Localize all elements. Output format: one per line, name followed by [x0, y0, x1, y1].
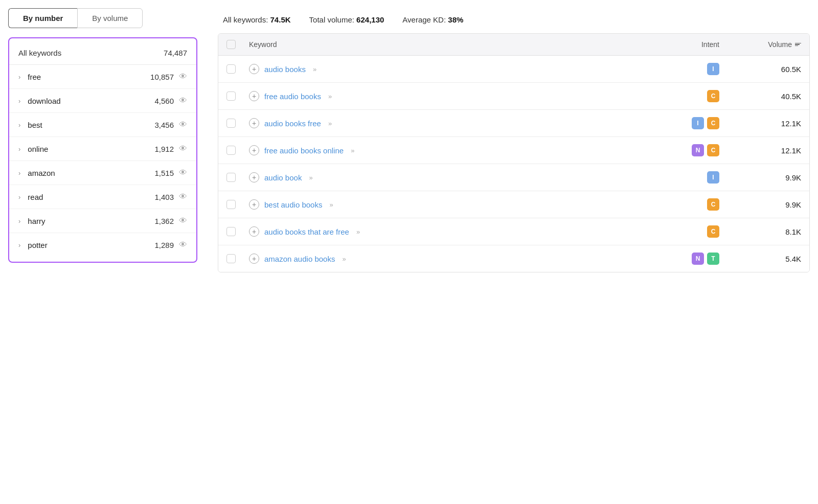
- tab-by-number[interactable]: By number: [8, 8, 77, 28]
- row-checkbox-col: [226, 173, 249, 182]
- col-volume-header[interactable]: Volume: [719, 40, 801, 49]
- chevron-right-icon: ›: [18, 97, 20, 105]
- left-item[interactable]: › harry 1,362 👁: [9, 209, 196, 233]
- keyword-link[interactable]: amazon audio books: [264, 255, 335, 263]
- add-keyword-button[interactable]: +: [249, 118, 259, 128]
- header-checkbox-col: [226, 40, 249, 49]
- keyword-link[interactable]: audio books free: [264, 119, 321, 128]
- volume-cell: 5.4K: [719, 255, 801, 263]
- eye-icon[interactable]: 👁: [179, 192, 187, 201]
- row-checkbox[interactable]: [226, 91, 236, 101]
- row-checkbox[interactable]: [226, 200, 236, 209]
- left-item[interactable]: › free 10,857 👁: [9, 65, 196, 89]
- expand-chevrons-icon: »: [313, 65, 316, 73]
- keyword-link[interactable]: audio book: [264, 173, 302, 182]
- keyword-cell: + best audio books »: [249, 199, 653, 210]
- header-checkbox[interactable]: [226, 40, 236, 49]
- row-checkbox-col: [226, 227, 249, 236]
- eye-icon[interactable]: 👁: [179, 96, 187, 105]
- intent-badge-n: N: [692, 253, 704, 265]
- intent-badge-i: I: [692, 117, 704, 129]
- row-checkbox[interactable]: [226, 173, 236, 182]
- left-item-left: › download: [18, 97, 61, 105]
- chevron-right-icon: ›: [18, 217, 20, 225]
- eye-icon[interactable]: 👁: [179, 168, 187, 177]
- left-item-right: 3,456 👁: [154, 120, 187, 129]
- row-checkbox-col: [226, 200, 249, 209]
- row-checkbox[interactable]: [226, 146, 236, 155]
- expand-chevrons-icon: »: [309, 174, 312, 181]
- keyword-link[interactable]: free audio books online: [264, 146, 344, 155]
- tab-by-volume[interactable]: By volume: [77, 8, 143, 28]
- expand-chevrons-icon: »: [342, 255, 346, 263]
- left-item-count: 1,289: [154, 241, 174, 249]
- summary-keywords-label: All keywords: 74.5K: [223, 15, 291, 24]
- row-checkbox[interactable]: [226, 119, 236, 128]
- left-item[interactable]: › online 1,912 👁: [9, 137, 196, 161]
- summary-bar: All keywords: 74.5K Total volume: 624,13…: [218, 8, 810, 33]
- eye-icon[interactable]: 👁: [179, 240, 187, 249]
- left-item-left: › harry: [18, 217, 46, 225]
- add-keyword-button[interactable]: +: [249, 91, 259, 101]
- left-keyword-box: All keywords 74,487 › free 10,857 👁 › do…: [8, 37, 197, 263]
- left-item-count: 1,362: [154, 217, 174, 225]
- add-keyword-button[interactable]: +: [249, 64, 259, 74]
- left-item-name: online: [28, 145, 48, 153]
- intent-badge-c: C: [707, 144, 719, 156]
- keyword-link[interactable]: best audio books: [264, 200, 322, 209]
- left-item-count: 3,456: [154, 121, 174, 129]
- keyword-cell: + audio book »: [249, 172, 653, 182]
- left-item-name: free: [28, 73, 41, 81]
- intent-badge-c: C: [707, 90, 719, 102]
- table-row: + amazon audio books » NT 5.4K: [218, 245, 809, 272]
- keyword-cell: + audio books free »: [249, 118, 653, 128]
- left-item[interactable]: › read 1,403 👁: [9, 185, 196, 209]
- keyword-link[interactable]: audio books: [264, 65, 306, 74]
- expand-chevrons-icon: »: [328, 93, 332, 100]
- add-keyword-button[interactable]: +: [249, 226, 259, 237]
- right-panel: All keywords: 74.5K Total volume: 624,13…: [208, 8, 810, 496]
- eye-icon[interactable]: 👁: [179, 72, 187, 81]
- keyword-cell: + free audio books »: [249, 91, 653, 101]
- eye-icon[interactable]: 👁: [179, 216, 187, 225]
- intent-badge-t: T: [707, 253, 719, 265]
- intent-badge-c: C: [707, 198, 719, 211]
- add-keyword-button[interactable]: +: [249, 199, 259, 210]
- expand-chevrons-icon: »: [328, 120, 332, 127]
- sort-icon: [795, 43, 801, 47]
- left-item-count: 1,403: [154, 193, 174, 201]
- summary-volume-label: Total volume: 624,130: [309, 15, 384, 24]
- row-checkbox-col: [226, 64, 249, 74]
- left-item-right: 1,289 👁: [154, 240, 187, 249]
- left-item[interactable]: › potter 1,289 👁: [9, 233, 196, 257]
- add-keyword-button[interactable]: +: [249, 254, 259, 264]
- left-item-left: › free: [18, 73, 41, 81]
- row-checkbox[interactable]: [226, 254, 236, 263]
- left-item[interactable]: › best 3,456 👁: [9, 113, 196, 137]
- intent-cell: C: [653, 198, 719, 211]
- left-item-name: harry: [28, 217, 45, 225]
- left-item[interactable]: › download 4,560 👁: [9, 89, 196, 113]
- left-item-left: › amazon: [18, 169, 55, 177]
- expand-chevrons-icon: »: [351, 147, 354, 154]
- keyword-link[interactable]: audio books that are free: [264, 227, 349, 236]
- keyword-link[interactable]: free audio books: [264, 92, 321, 101]
- add-keyword-button[interactable]: +: [249, 172, 259, 182]
- row-checkbox[interactable]: [226, 64, 236, 74]
- volume-cell: 9.9K: [719, 173, 801, 182]
- left-item[interactable]: › amazon 1,515 👁: [9, 161, 196, 185]
- eye-icon[interactable]: 👁: [179, 120, 187, 129]
- chevron-right-icon: ›: [18, 241, 20, 249]
- row-checkbox[interactable]: [226, 227, 236, 236]
- row-checkbox-col: [226, 119, 249, 128]
- keyword-cell: + audio books that are free »: [249, 226, 653, 237]
- eye-icon[interactable]: 👁: [179, 144, 187, 153]
- row-checkbox-col: [226, 254, 249, 263]
- intent-cell: C: [653, 90, 719, 102]
- table-rows: + audio books » I 60.5K + free audio boo…: [218, 56, 809, 272]
- table-row: + audio book » I 9.9K: [218, 164, 809, 191]
- volume-cell: 9.9K: [719, 200, 801, 209]
- table-row: + audio books » I 60.5K: [218, 56, 809, 83]
- add-keyword-button[interactable]: +: [249, 145, 259, 155]
- left-item-right: 10,857 👁: [150, 72, 187, 81]
